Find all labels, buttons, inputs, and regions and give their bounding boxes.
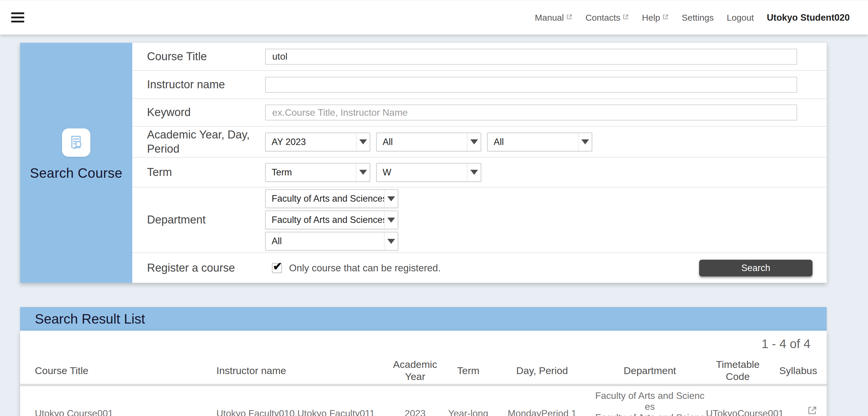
only-registerable-checkbox[interactable]: ✔ — [272, 263, 282, 273]
nav-settings-link[interactable]: Settings — [682, 13, 714, 23]
form-row-instructor: Instructor name — [132, 71, 827, 99]
day-select[interactable]: All — [376, 133, 481, 152]
external-link-icon — [566, 12, 572, 22]
chevron-down-icon — [384, 211, 398, 229]
term-value-select[interactable]: W — [376, 163, 481, 182]
table-row[interactable]: Utokyo Course001 Utokyo Faculty010,Utoky… — [20, 386, 827, 416]
column-header-instructor: Instructor name — [197, 364, 384, 377]
nav-logout-link[interactable]: Logout — [726, 13, 754, 23]
form-row-register: Register a course ✔ Only course that can… — [132, 253, 827, 283]
chevron-down-icon — [356, 164, 370, 181]
keyword-input[interactable] — [265, 104, 797, 121]
chevron-down-icon — [467, 164, 480, 181]
nav-help-link[interactable]: Help — [642, 13, 669, 23]
search-result-panel: 1 - 4 of 4 Course Title Instructor name … — [20, 331, 827, 416]
column-header-department: Department — [594, 364, 706, 377]
course-title-input[interactable] — [265, 49, 797, 65]
top-navigation: Manual Contacts Help Settings Logout Uto… — [535, 0, 850, 35]
department-level2-select[interactable]: Faculty of Arts and Sciences F… — [265, 211, 398, 229]
chevron-down-icon — [384, 190, 398, 207]
department-level1-value: Faculty of Arts and Sciences — [266, 190, 384, 207]
term-value-select-value: W — [377, 164, 467, 181]
form-row-department: Department Faculty of Arts and Sciences … — [132, 188, 827, 253]
row-department: Faculty of Arts and Scienc es Faculty of… — [594, 386, 706, 416]
column-header-syllabus: Syllabus — [770, 364, 827, 377]
nav-manual-label: Manual — [535, 13, 564, 23]
column-header-course-title: Course Title — [20, 364, 197, 377]
form-row-term: Term Term W — [132, 158, 827, 188]
external-link-icon — [662, 12, 669, 22]
nav-contacts-label: Contacts — [585, 13, 620, 23]
document-search-icon — [62, 128, 90, 157]
menu-hamburger-icon[interactable] — [11, 12, 24, 23]
academic-year-select[interactable]: AY 2023 — [265, 133, 370, 152]
result-table-header: Course Title Instructor name Academic Ye… — [20, 357, 827, 384]
search-course-sidebar: Search Course — [20, 43, 132, 283]
form-row-year-day-period: Academic Year, Day, Period AY 2023 All A… — [132, 127, 827, 158]
logged-in-username: Utokyo Student020 — [767, 12, 850, 23]
row-day-period: MondayPeriod 1 — [490, 386, 594, 416]
chevron-down-icon — [578, 133, 592, 151]
department-level1-select[interactable]: Faculty of Arts and Sciences — [265, 189, 398, 208]
day-select-value: All — [377, 133, 467, 151]
row-academic-year: 2023 — [384, 386, 446, 416]
column-header-academic-year: Academic Year — [384, 358, 446, 383]
nav-help-label: Help — [642, 13, 660, 23]
row-department-line: es — [594, 401, 706, 412]
nav-logout-label: Logout — [726, 13, 754, 23]
term-type-select[interactable]: Term — [265, 163, 370, 182]
search-result-list-title: Search Result List — [35, 311, 145, 327]
column-header-day-period: Day, Period — [490, 364, 594, 377]
department-label: Department — [132, 188, 265, 252]
only-registerable-label: Only course that can be registered. — [289, 262, 441, 274]
nav-manual-link[interactable]: Manual — [535, 13, 572, 23]
form-row-keyword: Keyword — [132, 99, 827, 127]
department-level3-select[interactable]: All — [265, 232, 398, 251]
row-department-line: Faculty of Arts and Scienc — [594, 412, 706, 416]
nav-contacts-link[interactable]: Contacts — [585, 13, 629, 23]
search-course-panel: Search Course Course Title Instructor na… — [20, 43, 827, 283]
instructor-name-label: Instructor name — [132, 71, 265, 98]
period-select[interactable]: All — [487, 133, 592, 152]
instructor-name-input[interactable] — [265, 77, 797, 93]
search-button[interactable]: Search — [699, 259, 812, 276]
chevron-down-icon — [467, 133, 480, 151]
term-label: Term — [132, 158, 265, 187]
row-timetable-code: UTokyoCourse001 — [706, 386, 783, 416]
register-course-label: Register a course — [132, 253, 265, 283]
department-level3-value: All — [266, 232, 384, 250]
form-row-course-title: Course Title — [132, 43, 827, 71]
chevron-down-icon — [356, 133, 370, 151]
academic-year-day-period-label: Academic Year, Day, Period — [132, 127, 265, 157]
search-form: Course Title Instructor name Keyword Aca… — [132, 43, 827, 283]
keyword-label: Keyword — [132, 99, 265, 126]
course-title-label: Course Title — [132, 43, 265, 70]
table-header-divider — [20, 384, 827, 386]
external-link-icon — [807, 405, 817, 416]
nav-settings-label: Settings — [682, 13, 714, 23]
department-level2-value: Faculty of Arts and Sciences F… — [266, 211, 384, 229]
row-course-title: Utokyo Course001 — [20, 386, 197, 416]
search-course-title: Search Course — [20, 165, 132, 181]
search-result-list-banner: Search Result List — [20, 307, 827, 331]
row-syllabus-link[interactable] — [783, 386, 841, 416]
term-type-select-value: Term — [266, 164, 356, 181]
checkmark-icon: ✔ — [273, 261, 282, 272]
period-select-value: All — [488, 133, 578, 151]
column-header-timetable-code: Timetable Code — [706, 358, 770, 383]
academic-year-select-value: AY 2023 — [266, 133, 356, 151]
row-term: Year-long — [446, 386, 490, 416]
row-department-line: Faculty of Arts and Scienc — [594, 390, 706, 401]
column-header-term: Term — [446, 364, 490, 377]
result-count: 1 - 4 of 4 — [20, 331, 827, 357]
top-bar: Manual Contacts Help Settings Logout Uto… — [0, 0, 868, 35]
row-instructor: Utokyo Faculty010,Utokyo Faculty011 — [197, 386, 384, 416]
chevron-down-icon — [384, 232, 398, 250]
external-link-icon — [622, 12, 629, 22]
